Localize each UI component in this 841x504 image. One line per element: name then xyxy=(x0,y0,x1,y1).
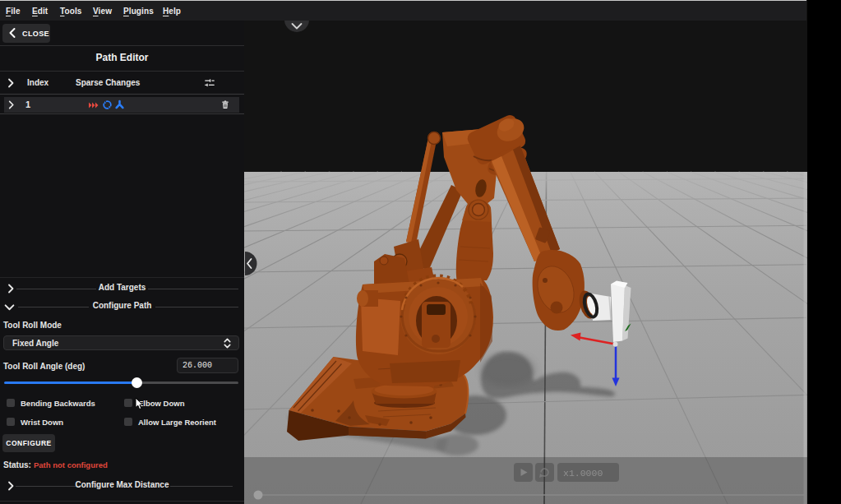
svg-text:x1.0000: x1.0000 xyxy=(563,468,603,479)
